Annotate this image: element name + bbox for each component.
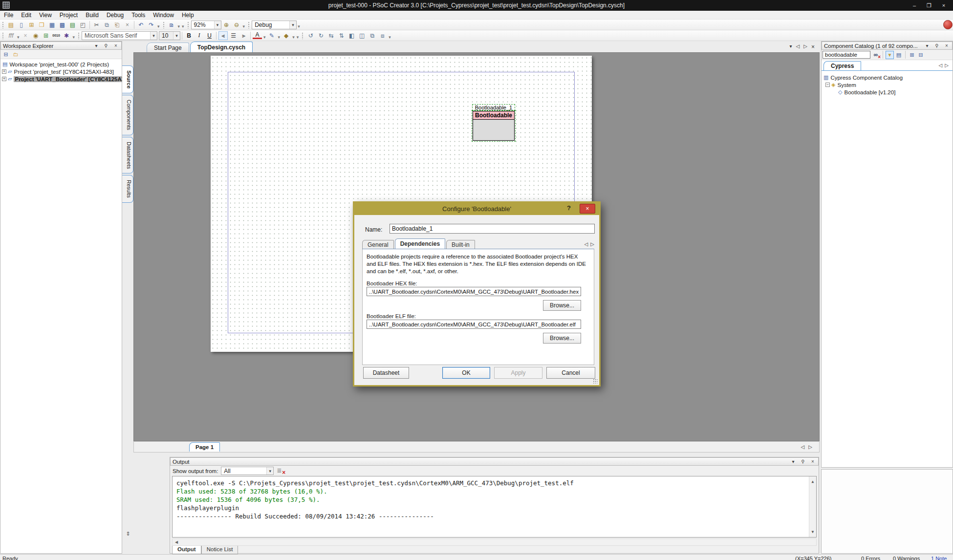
scroll-right-icon[interactable]: ▷	[803, 43, 807, 50]
elf-file-field[interactable]	[367, 320, 581, 329]
align-objects-icon[interactable]: ◧	[347, 31, 356, 40]
scroll-left-icon[interactable]: ◁	[801, 444, 805, 450]
print-icon[interactable]: ▤	[68, 21, 77, 29]
pin-icon[interactable]: ⚲	[103, 43, 109, 48]
toolbar-overflow-icon[interactable]: ▾	[297, 35, 299, 40]
tab-results[interactable]: Results	[122, 175, 133, 203]
toolbar-overflow-icon[interactable]: ▾	[298, 24, 300, 29]
open-icon[interactable]: ❒	[37, 21, 46, 29]
chevron-down-icon[interactable]: ▾	[150, 32, 157, 40]
datasheet-book-icon[interactable]: ▤	[895, 51, 903, 59]
tab-notice-list[interactable]: Notice List	[201, 546, 238, 554]
chevron-down-icon[interactable]: ▾	[263, 35, 266, 40]
clear-search-icon[interactable]: ∞	[871, 51, 880, 58]
tree-row-project-uart-bootloader[interactable]: + ▱ Project 'UART_Bootloader' [CY8C4125A…	[0, 75, 122, 83]
tab-scroll-right-icon[interactable]: ▷	[590, 241, 594, 247]
menu-window[interactable]: Window	[149, 12, 178, 19]
paste-icon[interactable]: ⎗	[112, 21, 122, 29]
wire-label-icon[interactable]: fff	[6, 31, 16, 40]
font-name-combo[interactable]: Microsoft Sans Serif ▾	[82, 31, 157, 40]
splitter-handle[interactable]: ⇕	[124, 531, 132, 538]
flip-vertical-icon[interactable]: ⇅	[337, 31, 346, 40]
toolbar-drag-handle[interactable]	[2, 22, 4, 28]
bits-icon[interactable]: 0010	[52, 31, 61, 40]
ok-button[interactable]: OK	[442, 367, 490, 379]
chevron-down-icon[interactable]: ▾	[289, 21, 296, 29]
font-size-combo[interactable]: 10 ▾	[159, 31, 180, 40]
expand-icon[interactable]: +	[2, 77, 6, 81]
zoom-in-icon[interactable]: ⊕	[222, 21, 231, 29]
dialog-close-button[interactable]: ×	[580, 204, 595, 214]
copy-icon[interactable]: ⧉	[102, 21, 111, 29]
browse-hex-button[interactable]: Browse...	[543, 300, 581, 311]
tab-topdesign[interactable]: TopDesign.cysch	[190, 42, 253, 52]
generate-application-icon[interactable]: 🗈	[167, 21, 176, 29]
menu-build[interactable]: Build	[82, 12, 103, 19]
new-file-icon[interactable]: ▯	[17, 21, 26, 29]
tab-source[interactable]: Source	[122, 65, 133, 93]
chevron-down-icon[interactable]: ▾	[790, 459, 797, 464]
chevron-down-icon[interactable]: ▾	[17, 35, 20, 40]
clear-output-icon[interactable]: ≣	[277, 467, 285, 475]
tree-row-workspace[interactable]: ▤ Workspace 'projet_test-000' (2 Project…	[0, 61, 122, 68]
collapse-icon[interactable]: −	[825, 83, 830, 87]
distribute-objects-icon[interactable]: ◫	[357, 31, 367, 40]
fill-color-icon[interactable]: ◆	[282, 31, 291, 40]
zoom-combo[interactable]: 92% ▾	[191, 21, 221, 29]
chevron-down-icon[interactable]: ▾	[266, 467, 273, 474]
tab-cypress[interactable]: Cypress	[823, 61, 861, 70]
help-icon[interactable]: ?	[564, 204, 574, 213]
tab-dependencies[interactable]: Dependencies	[395, 238, 445, 249]
resize-grip[interactable]	[593, 379, 598, 384]
scroll-down-icon[interactable]: ▼	[809, 528, 816, 536]
toolbar-overflow-icon[interactable]: ▾	[389, 35, 391, 40]
output-console[interactable]: cyelftool.exe -S C:\Projets_Cypress\proj…	[172, 476, 817, 538]
collapse-all-icon[interactable]: ⊟	[917, 51, 925, 59]
scroll-right-icon[interactable]: ▷	[808, 444, 812, 450]
toolbar-drag-handle[interactable]	[248, 22, 250, 28]
close-icon[interactable]: ×	[112, 43, 119, 48]
toolbar-drag-handle[interactable]	[302, 32, 303, 39]
pin-icon[interactable]: ⚲	[933, 43, 940, 48]
save-icon[interactable]: ▦	[47, 21, 57, 29]
close-icon[interactable]: ×	[809, 459, 816, 464]
scroll-left-icon[interactable]: ◀	[173, 540, 180, 544]
menu-debug[interactable]: Debug	[103, 12, 128, 19]
component-instance-label[interactable]: Bootloadable_1	[473, 105, 515, 110]
menu-project[interactable]: Project	[56, 12, 82, 19]
pin-icon[interactable]: ⚲	[800, 459, 806, 464]
bootloadable-component[interactable]: Bootloadable	[473, 111, 515, 141]
close-document-icon[interactable]: ×	[811, 43, 815, 50]
menu-edit[interactable]: Edit	[17, 12, 35, 19]
redo-icon[interactable]: ↷	[147, 21, 156, 29]
tree-row-catalog-root[interactable]: ▥ Cypress Component Catalog	[822, 74, 953, 81]
save-all-icon[interactable]: ▩	[58, 21, 67, 29]
scroll-left-icon[interactable]: ◁	[796, 43, 800, 50]
delete-icon[interactable]: ×	[123, 21, 132, 29]
vertical-scrollbar[interactable]: ▲ ▼	[809, 476, 816, 537]
tab-scroll-right-icon[interactable]: ▷	[945, 63, 949, 68]
close-icon[interactable]: ×	[943, 43, 950, 48]
italic-icon[interactable]: I	[195, 31, 204, 40]
chevron-down-icon[interactable]: ▾	[292, 35, 295, 40]
filter-icon[interactable]: ▼	[886, 51, 894, 59]
show-folders-icon[interactable]: 🗀	[12, 51, 20, 58]
menu-file[interactable]: File	[0, 12, 17, 19]
hex-file-field[interactable]	[367, 287, 581, 296]
align-center-icon[interactable]: ☰	[229, 31, 238, 40]
flip-horizontal-icon[interactable]: ⇆	[326, 31, 336, 40]
tab-built-in[interactable]: Built-in	[446, 240, 475, 249]
stamp-icon[interactable]: ◉	[31, 31, 41, 40]
toolbar-overflow-icon[interactable]: ▾	[73, 35, 75, 40]
expand-all-icon[interactable]: ⊞	[908, 51, 916, 59]
send-to-back-icon[interactable]: ⧈	[378, 31, 387, 40]
add-sheet-icon[interactable]: ⊞	[42, 31, 51, 40]
output-filter-combo[interactable]: All ▾	[221, 467, 274, 475]
chevron-down-icon[interactable]: ▾	[214, 21, 221, 29]
delete-wire-icon[interactable]: ×	[21, 31, 30, 40]
maximize-button[interactable]: ❐	[922, 0, 936, 11]
rotate-left-icon[interactable]: ↺	[306, 31, 315, 40]
tab-start-page[interactable]: Start Page	[147, 43, 189, 52]
close-button[interactable]: ×	[936, 0, 951, 11]
tab-scroll-left-icon[interactable]: ◁	[939, 63, 943, 68]
